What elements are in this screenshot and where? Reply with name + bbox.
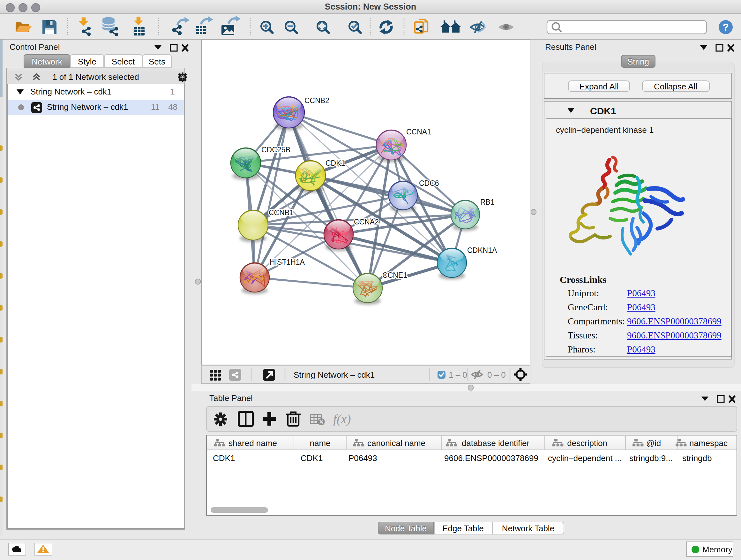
svg-text:9606.ENSP00000378699: 9606.ENSP00000378699 [444,453,538,462]
svg-text:CDC6: CDC6 [419,179,439,187]
svg-text:CCNE1: CCNE1 [382,271,407,279]
svg-text:CDKN1A: CDKN1A [467,246,497,254]
svg-text:namespac: namespac [689,438,728,448]
svg-text:cyclin–dependent ...: cyclin–dependent ... [548,453,622,462]
svg-text:f(x): f(x) [333,412,351,426]
svg-text:1 – 0: 1 – 0 [449,370,467,380]
svg-text:@id: @id [646,438,661,448]
svg-text:name: name [310,438,330,448]
svg-text:?: ? [723,21,729,33]
svg-text:CDC25B: CDC25B [261,145,290,154]
svg-text:shared name: shared name [228,438,277,448]
svg-text:P06493: P06493 [348,453,377,462]
svg-text:stringdb:9...: stringdb:9... [629,453,673,462]
svg-text:description: description [567,438,607,448]
svg-text:stringdb: stringdb [682,453,712,462]
svg-text:CCNB2: CCNB2 [305,97,329,105]
svg-text:CCNB1: CCNB1 [269,208,293,217]
svg-text:HIST1H1A: HIST1H1A [270,258,305,266]
svg-text:String Network – cdk1: String Network – cdk1 [293,370,375,380]
svg-text:CDK1: CDK1 [300,453,323,462]
svg-text:RB1: RB1 [480,198,495,206]
svg-text:CDK1: CDK1 [326,159,345,167]
svg-text:CCNA2: CCNA2 [354,218,379,226]
svg-text:CCNA1: CCNA1 [406,128,431,136]
svg-text:CDK1: CDK1 [213,453,235,462]
svg-text:canonical name: canonical name [367,438,425,448]
svg-text:database identifier: database identifier [462,438,530,448]
svg-text:0 – 0: 0 – 0 [487,370,506,380]
